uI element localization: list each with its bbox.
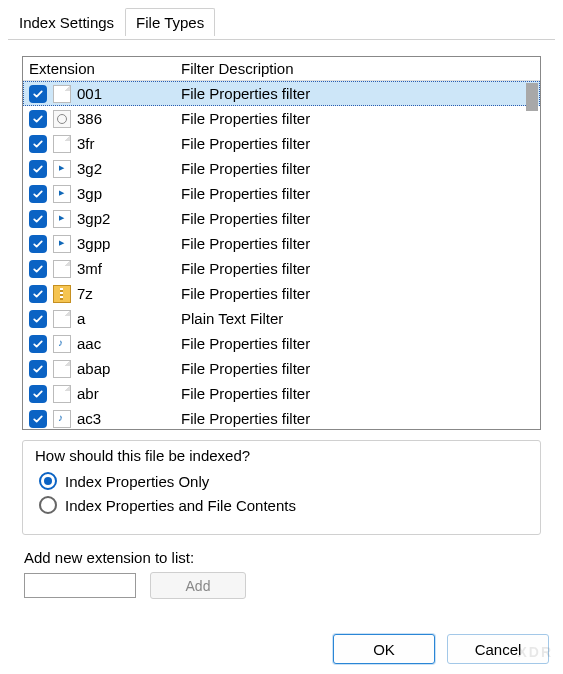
tab-strip: Index Settings File Types: [8, 8, 555, 36]
zip-file-icon: [53, 285, 71, 303]
extension-cell: 3gp2: [77, 210, 181, 227]
tab-underline: [8, 39, 555, 40]
page-file-icon: [53, 135, 71, 153]
checkbox-icon[interactable]: [29, 360, 47, 378]
table-row[interactable]: 386File Properties filter: [23, 106, 540, 131]
table-row[interactable]: 001File Properties filter: [23, 81, 540, 106]
extension-input[interactable]: [24, 573, 136, 598]
description-cell: File Properties filter: [181, 285, 540, 302]
checkbox-icon[interactable]: [29, 260, 47, 278]
checkbox-icon[interactable]: [29, 285, 47, 303]
add-button[interactable]: Add: [150, 572, 246, 599]
description-cell: File Properties filter: [181, 335, 540, 352]
description-cell: File Properties filter: [181, 260, 540, 277]
radio-properties-only[interactable]: Index Properties Only: [39, 472, 528, 490]
list-body: 001File Properties filter386File Propert…: [23, 81, 540, 429]
checkbox-icon[interactable]: [29, 385, 47, 403]
page-file-icon: [53, 310, 71, 328]
checkbox-icon[interactable]: [29, 410, 47, 428]
description-cell: File Properties filter: [181, 85, 540, 102]
description-cell: File Properties filter: [181, 210, 540, 227]
table-row[interactable]: 7zFile Properties filter: [23, 281, 540, 306]
table-row[interactable]: 3mfFile Properties filter: [23, 256, 540, 281]
col-header-description[interactable]: Filter Description: [175, 57, 540, 80]
ok-button[interactable]: OK: [333, 634, 435, 664]
extension-cell: 386: [77, 110, 181, 127]
add-extension-row: Add: [24, 572, 563, 599]
extension-cell: 7z: [77, 285, 181, 302]
extension-cell: 3gpp: [77, 235, 181, 252]
extension-cell: aac: [77, 335, 181, 352]
checkbox-icon[interactable]: [29, 235, 47, 253]
video-file-icon: [53, 235, 71, 253]
checkbox-icon[interactable]: [29, 160, 47, 178]
extension-cell: 3fr: [77, 135, 181, 152]
page-file-icon: [53, 360, 71, 378]
dialog-footer: OK Cancel: [333, 634, 549, 664]
extension-cell: 3g2: [77, 160, 181, 177]
radio-icon: [39, 496, 57, 514]
cancel-button[interactable]: Cancel: [447, 634, 549, 664]
table-row[interactable]: 3gppFile Properties filter: [23, 231, 540, 256]
extension-cell: 3mf: [77, 260, 181, 277]
table-row[interactable]: 3frFile Properties filter: [23, 131, 540, 156]
description-cell: File Properties filter: [181, 385, 540, 402]
checkbox-icon[interactable]: [29, 310, 47, 328]
checkbox-icon[interactable]: [29, 135, 47, 153]
description-cell: File Properties filter: [181, 410, 540, 427]
checkbox-icon[interactable]: [29, 110, 47, 128]
video-file-icon: [53, 210, 71, 228]
table-row[interactable]: 3g2File Properties filter: [23, 156, 540, 181]
radio-label: Index Properties Only: [65, 473, 209, 490]
video-file-icon: [53, 185, 71, 203]
table-row[interactable]: 3gpFile Properties filter: [23, 181, 540, 206]
checkbox-icon[interactable]: [29, 85, 47, 103]
table-row[interactable]: aPlain Text Filter: [23, 306, 540, 331]
radio-properties-and-contents[interactable]: Index Properties and File Contents: [39, 496, 528, 514]
description-cell: File Properties filter: [181, 135, 540, 152]
video-file-icon: [53, 160, 71, 178]
description-cell: File Properties filter: [181, 235, 540, 252]
table-row[interactable]: 3gp2File Properties filter: [23, 206, 540, 231]
extension-cell: abr: [77, 385, 181, 402]
extension-cell: a: [77, 310, 181, 327]
extension-cell: 001: [77, 85, 181, 102]
indexing-options-group: How should this file be indexed? Index P…: [22, 440, 541, 535]
table-row[interactable]: ac3File Properties filter: [23, 406, 540, 429]
description-cell: File Properties filter: [181, 360, 540, 377]
col-header-extension[interactable]: Extension: [23, 57, 175, 80]
radio-icon: [39, 472, 57, 490]
page-file-icon: [53, 385, 71, 403]
tab-file-types[interactable]: File Types: [125, 8, 215, 36]
file-types-list[interactable]: Extension Filter Description 001File Pro…: [22, 56, 541, 430]
extension-cell: 3gp: [77, 185, 181, 202]
audio-file-icon: [53, 410, 71, 428]
indexing-options-label: How should this file be indexed?: [35, 447, 528, 464]
tab-index-settings[interactable]: Index Settings: [8, 8, 125, 36]
radio-label: Index Properties and File Contents: [65, 497, 296, 514]
extension-cell: abap: [77, 360, 181, 377]
description-cell: File Properties filter: [181, 185, 540, 202]
description-cell: File Properties filter: [181, 160, 540, 177]
page-file-icon: [53, 260, 71, 278]
description-cell: File Properties filter: [181, 110, 540, 127]
checkbox-icon[interactable]: [29, 335, 47, 353]
page-file-icon: [53, 85, 71, 103]
gear-file-icon: [53, 110, 71, 128]
checkbox-icon[interactable]: [29, 210, 47, 228]
add-extension-label: Add new extension to list:: [24, 549, 563, 566]
description-cell: Plain Text Filter: [181, 310, 540, 327]
extension-cell: ac3: [77, 410, 181, 427]
scrollbar-thumb[interactable]: [526, 83, 538, 111]
table-row[interactable]: aacFile Properties filter: [23, 331, 540, 356]
list-header: Extension Filter Description: [23, 57, 540, 81]
table-row[interactable]: abapFile Properties filter: [23, 356, 540, 381]
table-row[interactable]: abrFile Properties filter: [23, 381, 540, 406]
audio-file-icon: [53, 335, 71, 353]
checkbox-icon[interactable]: [29, 185, 47, 203]
